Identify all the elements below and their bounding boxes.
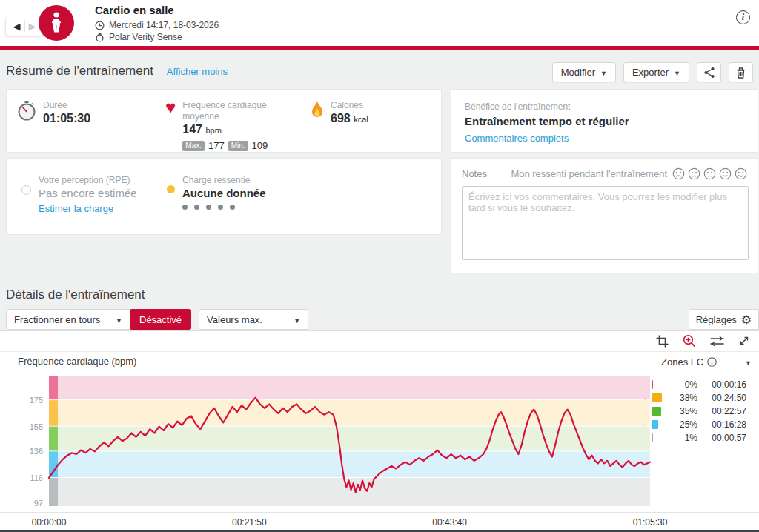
mood-row: Mon ressenti pendant l'entraînement: [511, 167, 747, 180]
calories-unit: kcal: [354, 115, 368, 124]
zone-2-band: [49, 451, 650, 477]
split-laps-label: Fractionner en tours: [14, 314, 100, 325]
calories-stat: Calories 698 kcal: [311, 100, 437, 152]
flame-icon: [311, 100, 324, 119]
zone-1-cell: 1%: [668, 433, 697, 443]
happy-face-icon[interactable]: [719, 167, 732, 180]
series-options-icon[interactable]: [710, 336, 724, 347]
benefit-card: Bénéfice de l'entraînement Entraînement …: [451, 89, 758, 153]
very-happy-face-icon[interactable]: [735, 167, 747, 180]
clock-icon: [95, 21, 105, 30]
sad-face-icon[interactable]: [688, 167, 700, 180]
zone-3-band: [49, 427, 650, 451]
x-axis-labels: 00:00:0000:21:5000:43:4001:05:30: [0, 517, 759, 529]
summary-title: Résumé de l'entraînement: [6, 64, 153, 79]
zones-info-icon[interactable]: [707, 357, 717, 367]
zone-4-strip: [49, 400, 58, 426]
calories-label: Calories: [331, 100, 368, 111]
y-tick-label: 175: [30, 396, 43, 405]
notes-card: Notes Mon ressenti pendant l'entraînemen…: [451, 158, 758, 273]
notes-input[interactable]: [462, 186, 749, 260]
rpe-block: Votre perception (RPE) Pas encore estimé…: [21, 175, 167, 234]
zone-5-band: [49, 376, 650, 399]
chart-title: Fréquence cardiaque (bpm): [18, 356, 136, 367]
zones-legend-header: Zones FC: [640, 356, 752, 368]
mood-label: Mon ressenti pendant l'entraînement: [511, 168, 667, 179]
max-values-label: Valeurs max.: [207, 314, 262, 325]
zone-3-strip: [49, 427, 58, 451]
share-icon: [703, 67, 715, 79]
zones-collapse-icon[interactable]: [745, 356, 752, 368]
page-title: Cardio en salle: [95, 4, 174, 16]
heart-rate-stat: ♥ Fréquence cardiaque moyenne 147 bpm Ma…: [165, 100, 311, 152]
datetime-text: Mercredi 14:17, 18-03-2026: [109, 20, 219, 30]
x-tick-label: 00:21:50: [216, 517, 282, 528]
zone-3-cell: 35%: [668, 406, 697, 416]
feeling-block: Charge ressentie Aucune donnée: [167, 175, 312, 234]
hr-number: 147: [182, 123, 202, 136]
share-button[interactable]: [697, 62, 721, 82]
zone-2-strip: [49, 451, 58, 477]
modify-button-label: Modifier: [561, 67, 595, 78]
disabled-toggle-button[interactable]: Désactivé: [130, 309, 191, 330]
zone-5-strip: [49, 376, 58, 399]
session-device: Polar Verity Sense: [95, 32, 182, 42]
show-less-link[interactable]: Afficher moins: [167, 66, 228, 77]
split-laps-dropdown[interactable]: Fractionner en tours: [6, 309, 130, 330]
very-sad-face-icon[interactable]: [672, 167, 685, 180]
caret-down-icon: [674, 67, 680, 78]
benefit-label: Bénéfice de l'entraînement: [465, 102, 744, 112]
header: ◀ ▶ Cardio en salle Mercredi 14:17, 18-0…: [0, 0, 759, 46]
export-button-label: Exporter: [632, 67, 669, 78]
session-nav: ◀ ▶: [6, 16, 43, 36]
feeling-scale-dots[interactable]: [182, 205, 266, 210]
session-datetime: Mercredi 14:17, 18-03-2026: [95, 20, 219, 30]
previous-session-icon[interactable]: ◀: [10, 21, 24, 32]
notes-label: Notes: [462, 168, 487, 179]
caret-down-icon: [600, 67, 607, 78]
trash-icon: [735, 67, 746, 79]
duration-label: Durée: [43, 100, 90, 111]
x-tick-label: 00:43:40: [417, 517, 483, 528]
zones-title: Zones FC: [661, 356, 703, 368]
export-button[interactable]: Exporter: [623, 62, 689, 82]
stats-card: Durée 01:05:30 ♥ Fréquence cardiaque moy…: [6, 89, 442, 153]
max-badge: Max.: [182, 141, 205, 151]
max-values-dropdown[interactable]: Valeurs max.: [199, 309, 308, 330]
zone-1-cell: 00:00:57: [697, 433, 746, 443]
zone-1-strip: [49, 478, 58, 506]
device-text: Polar Verity Sense: [109, 32, 182, 42]
info-icon[interactable]: i: [736, 10, 750, 24]
modify-button[interactable]: Modifier: [552, 62, 616, 82]
caret-down-icon: [116, 314, 122, 325]
workout-page: ◀ ▶ Cardio en salle Mercredi 14:17, 18-0…: [0, 0, 759, 532]
hr-unit: bpm: [205, 126, 221, 135]
zoom-in-icon[interactable]: [683, 334, 696, 348]
zone-3-cell: 00:22:57: [697, 406, 746, 416]
zone-2-cell: 00:16:28: [697, 419, 746, 430]
feeling-dot-icon: [167, 185, 175, 193]
neutral-face-icon[interactable]: [703, 167, 716, 180]
zone-5-cell: 00:00:16: [697, 379, 746, 390]
crop-tool-icon[interactable]: [656, 335, 669, 348]
x-axis-divider: [0, 512, 759, 513]
settings-button[interactable]: Réglages ⚙: [689, 309, 759, 330]
caret-down-icon: [294, 314, 300, 325]
duration-stat: Durée 01:05:30: [17, 100, 165, 152]
x-tick-label: 01:05:30: [617, 517, 683, 528]
zone-2-cell: 25%: [668, 419, 697, 430]
heart-rate-chart[interactable]: 17515513611697: [0, 375, 660, 508]
next-session-icon[interactable]: ▶: [25, 21, 40, 32]
expand-icon[interactable]: [738, 335, 750, 347]
estimate-load-link[interactable]: Estimer la charge: [39, 203, 113, 214]
full-comments-link[interactable]: Commentaires complets: [465, 133, 569, 144]
rpe-empty-circle-icon: [21, 185, 31, 195]
stopwatch-icon: [17, 100, 36, 122]
delete-button[interactable]: [729, 62, 753, 82]
hr-max-min: Max. 177 Min. 109: [182, 140, 294, 151]
heart-icon: ♥: [165, 100, 176, 152]
zone-4-cell: 38%: [668, 393, 697, 403]
hr-max-value: 177: [208, 140, 225, 151]
zone-4-cell: 00:24:50: [697, 393, 746, 403]
toolbar-divider: [0, 351, 759, 352]
